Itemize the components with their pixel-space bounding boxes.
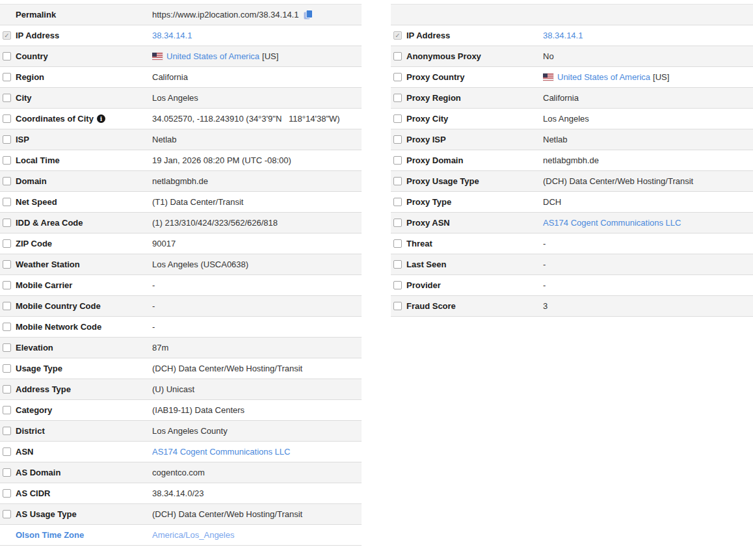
row-checkbox[interactable] [393,94,402,102]
row-label: Mobile Country Code [16,301,152,311]
row-label: Proxy Type [406,197,543,207]
table-row: ASNAS174 Cogent Communications LLC [0,442,362,462]
row-label-text: IP Address [16,31,59,40]
row-checkbox[interactable] [3,281,11,289]
checkbox-cell [0,489,16,498]
row-checkbox[interactable] [3,52,11,60]
row-checkbox[interactable] [3,219,11,227]
row-value-link[interactable]: 38.34.14.1 [543,31,583,40]
row-checkbox[interactable] [3,427,11,435]
checkbox-cell [391,156,406,165]
table-row: Category(IAB19-11) Data Centers [0,400,362,421]
row-label: Elevation [16,343,152,353]
row-checkbox[interactable] [393,135,402,144]
row-label: Proxy Country [406,72,543,82]
row-label: Proxy ASN [406,218,543,228]
row-checkbox[interactable] [3,156,11,165]
table-row: Last Seen- [391,254,753,275]
checkbox-cell [391,219,406,227]
row-value-cell: America/Los_Angeles [152,530,362,540]
row-value: (DCH) Data Center/Web Hosting/Transit [152,364,302,373]
row-value-cell: California [543,93,753,103]
row-label: Anonymous Proxy [406,51,543,61]
row-checkbox[interactable] [393,177,402,185]
row-value: 34.052570, -118.243910 (34°3'9"N 118°14'… [152,114,340,124]
row-checkbox[interactable] [3,323,11,331]
checkbox-cell [0,156,16,165]
row-checkbox[interactable] [3,198,11,206]
checkbox-cell [0,114,16,123]
table-row: IDD & Area Code(1) 213/310/424/323/562/6… [0,213,362,233]
row-checkbox[interactable] [393,156,402,165]
checkbox-cell [391,73,406,81]
row-label[interactable]: Olson Time Zone [16,530,152,540]
row-value-link[interactable]: AS174 Cogent Communications LLC [152,447,290,457]
row-value-link[interactable]: 38.34.14.1 [152,31,192,40]
row-checkbox[interactable] [393,302,402,310]
row-value: (IAB19-11) Data Centers [152,405,244,415]
row-checkbox[interactable] [393,260,402,269]
row-label: AS CIDR [16,488,152,498]
table-row: Coordinates of Cityi34.052570, -118.2439… [0,109,362,129]
checkbox-cell [0,177,16,185]
row-checkbox[interactable] [3,406,11,414]
proxy-table: ✓IP Address38.34.14.1Anonymous ProxyNoPr… [391,4,753,546]
table-row: Usage Type(DCH) Data Center/Web Hosting/… [0,358,362,379]
row-value-cell: California [152,72,362,82]
row-value: 38.34.14.0/23 [152,488,204,498]
row-value: - [152,280,155,290]
row-label-text: District [16,426,45,436]
row-value-cell: DCH [543,197,753,207]
row-value-link[interactable]: United States of America [557,72,650,82]
row-checkbox[interactable] [393,52,402,60]
row-value-link[interactable]: AS174 Cogent Communications LLC [543,218,681,228]
row-value: DCH [543,197,561,207]
row-checkbox[interactable] [3,302,11,310]
row-checkbox[interactable] [3,447,11,456]
table-row: Domainnetlabgmbh.de [0,171,362,192]
row-label: Coordinates of Cityi [16,114,152,124]
row-checkbox[interactable] [393,281,402,289]
row-checkbox[interactable] [3,489,11,498]
row-label: Category [16,405,152,415]
row-value-cell: - [543,260,753,269]
table-row: Mobile Country Code- [0,296,362,317]
row-label-text: Category [16,405,52,415]
row-value: Los Angeles [152,93,198,103]
row-checkbox[interactable] [3,468,11,477]
row-checkbox[interactable] [3,510,11,518]
row-checkbox[interactable] [3,364,11,373]
empty-table-row [391,5,753,25]
table-row: Proxy TypeDCH [391,192,753,213]
table-row: Mobile Carrier- [0,275,362,296]
row-value-cell: (1) 213/310/424/323/562/626/818 [152,218,362,228]
row-checkbox[interactable] [3,135,11,144]
row-value-cell: - [543,239,753,248]
row-label-text: Proxy Usage Type [406,176,479,186]
row-checkbox[interactable] [393,219,402,227]
row-label: ZIP Code [16,239,152,248]
table-row: Elevation87m [0,338,362,358]
copy-icon[interactable] [304,10,313,20]
table-row: Proxy Usage Type(DCH) Data Center/Web Ho… [391,171,753,192]
row-checkbox[interactable] [3,239,11,248]
row-label: Usage Type [16,364,152,373]
row-checkbox[interactable] [3,94,11,102]
row-checkbox[interactable] [393,73,402,81]
row-checkbox[interactable] [3,343,11,352]
row-value: Los Angeles (USCA0638) [152,260,248,269]
row-checkbox[interactable] [393,114,402,123]
row-label-text: Proxy ASN [406,218,450,228]
row-checkbox[interactable] [393,198,402,206]
row-label-text: ZIP Code [16,239,52,248]
row-label-text: Country [16,51,48,61]
row-checkbox[interactable] [3,385,11,393]
row-value-link[interactable]: America/Los_Angeles [152,530,234,540]
row-value-link[interactable]: United States of America [166,51,259,61]
row-checkbox[interactable] [393,239,402,248]
row-checkbox[interactable] [3,260,11,269]
row-value-cell: Los Angeles (USCA0638) [152,260,362,269]
row-checkbox[interactable] [3,177,11,185]
row-checkbox[interactable] [3,73,11,81]
row-checkbox[interactable] [3,114,11,123]
